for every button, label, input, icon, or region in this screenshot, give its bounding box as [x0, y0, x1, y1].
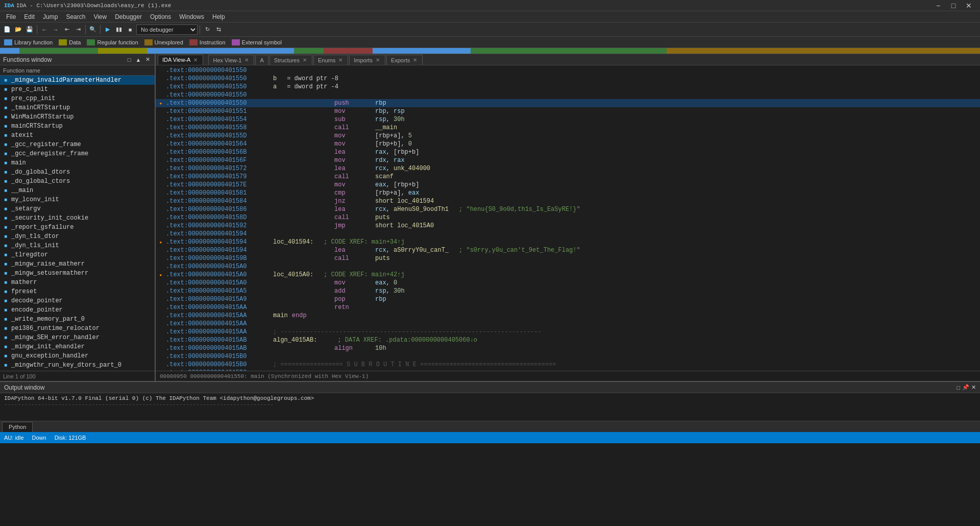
toolbar-open[interactable]: 📂: [13, 24, 23, 35]
function-item-21[interactable]: ■_mingw_setusermatherr: [0, 269, 155, 278]
function-item-13[interactable]: ■my_lconv_init: [0, 195, 155, 204]
code-line-2[interactable]: .text:0000000000401550a= dword ptr -4: [156, 83, 980, 91]
menu-help[interactable]: Help: [208, 12, 229, 21]
maximize-button[interactable]: □: [946, 0, 961, 11]
code-line-6[interactable]: .text:0000000000401554subrsp, 30h: [156, 115, 980, 124]
code-line-18[interactable]: .text:000000000040158Dcallputs: [156, 213, 980, 222]
code-line-11[interactable]: .text:000000000040156Fmovrdx, rax: [156, 156, 980, 164]
function-item-8[interactable]: ■_gcc_deregister_frame: [0, 149, 155, 158]
code-line-25[interactable]: ●.text:00000000004015A0loc_4015A0:; CODE…: [156, 271, 980, 279]
output-minimize[interactable]: □: [957, 384, 960, 391]
panel-minimize[interactable]: □: [125, 56, 133, 64]
tab-close-enums[interactable]: ✕: [337, 57, 344, 63]
code-line-16[interactable]: .text:0000000000401584jnzshort loc_40159…: [156, 197, 980, 205]
function-item-7[interactable]: ■_gcc_register_frame: [0, 140, 155, 149]
tab-ida-view-a[interactable]: IDA View-A ✕: [158, 55, 203, 65]
toolbar-forward2[interactable]: ⇥: [73, 24, 83, 35]
function-item-26[interactable]: ■_write_memory_part_0: [0, 315, 155, 324]
function-item-22[interactable]: ■matherr: [0, 278, 155, 287]
code-line-29[interactable]: .text:00000000004015AAretn: [156, 303, 980, 312]
function-item-25[interactable]: ■encode_pointer: [0, 305, 155, 315]
code-line-33[interactable]: .text:00000000004015ABalgn_4015AB:; DATA…: [156, 336, 980, 344]
tab-close-imports[interactable]: ✕: [375, 57, 381, 63]
code-line-36[interactable]: .text:00000000004015B0 ; ===============…: [156, 361, 980, 369]
code-line-0[interactable]: .text:0000000000401550: [156, 66, 980, 75]
function-item-30[interactable]: ■gnu_exception_handler: [0, 351, 155, 361]
output-close[interactable]: ✕: [971, 384, 976, 391]
code-line-3[interactable]: .text:0000000000401550: [156, 91, 980, 99]
code-line-30[interactable]: .text:00000000004015AAmainendp: [156, 312, 980, 320]
menu-edit[interactable]: Edit: [20, 12, 39, 21]
tab-close-ida[interactable]: ✕: [192, 57, 199, 63]
code-line-34[interactable]: .text:00000000004015ABalign10h: [156, 344, 980, 352]
toolbar-stop[interactable]: ■: [125, 24, 135, 35]
tab-exports[interactable]: Exports ✕: [386, 55, 423, 65]
function-item-15[interactable]: ■_security_init_cookie: [0, 213, 155, 223]
tab-close-exports[interactable]: ✕: [412, 57, 418, 63]
toolbar-back2[interactable]: ⇤: [62, 24, 72, 35]
code-line-27[interactable]: .text:00000000004015A5addrsp, 30h: [156, 287, 980, 295]
menu-search[interactable]: Search: [62, 12, 89, 21]
menu-windows[interactable]: Windows: [175, 12, 208, 21]
function-item-27[interactable]: ■pei386_runtime_relocator: [0, 324, 155, 333]
toolbar-search[interactable]: 🔍: [88, 24, 98, 35]
code-line-17[interactable]: .text:0000000000401586learcx, aHenuS0_9o…: [156, 205, 980, 213]
tab-enums[interactable]: Enums ✕: [313, 55, 348, 65]
close-button[interactable]: ✕: [962, 0, 976, 11]
toolbar-sync[interactable]: ⇆: [213, 24, 224, 35]
toolbar-pause[interactable]: ▮▮: [114, 24, 124, 35]
tab-structures[interactable]: Structures ✕: [270, 55, 312, 65]
menu-debugger[interactable]: Debugger: [111, 12, 146, 21]
toolbar-save[interactable]: 💾: [24, 24, 35, 35]
function-item-14[interactable]: ■_setargv: [0, 204, 155, 213]
function-item-1[interactable]: ■pre_c_init: [0, 85, 155, 94]
function-item-4[interactable]: ■WinMainCRTStartup: [0, 112, 155, 122]
code-line-32[interactable]: .text:00000000004015AA ; ---------------…: [156, 328, 980, 336]
function-item-5[interactable]: ■mainCRTStartup: [0, 122, 155, 131]
code-line-1[interactable]: .text:0000000000401550b= dword ptr -8: [156, 75, 980, 83]
output-pin[interactable]: 📌: [962, 384, 969, 391]
panel-maximize[interactable]: ▲: [134, 56, 142, 64]
function-item-9[interactable]: ■main: [0, 158, 155, 168]
code-line-4[interactable]: ●.text:0000000000401550pushrbp: [156, 99, 980, 107]
code-line-7[interactable]: .text:0000000000401558call__main: [156, 124, 980, 132]
code-line-24[interactable]: .text:00000000004015A0: [156, 262, 980, 271]
code-line-20[interactable]: .text:0000000000401594: [156, 230, 980, 238]
code-line-15[interactable]: .text:0000000000401581cmp[rbp+a], eax: [156, 189, 980, 197]
function-item-16[interactable]: ■_report_gsfailure: [0, 223, 155, 232]
code-line-9[interactable]: .text:0000000000401564mov[rbp+b], 0: [156, 140, 980, 148]
code-line-8[interactable]: .text:000000000040155Dmov[rbp+a], 5: [156, 132, 980, 140]
function-item-12[interactable]: ■__main: [0, 186, 155, 195]
toolbar-run[interactable]: ▶: [103, 24, 113, 35]
code-line-13[interactable]: .text:0000000000401579callscanf: [156, 173, 980, 181]
function-item-2[interactable]: ■pre_cpp_init: [0, 94, 155, 103]
code-line-22[interactable]: .text:0000000000401594learcx, aS0rryY0u_…: [156, 246, 980, 254]
function-item-6[interactable]: ■atexit: [0, 131, 155, 140]
code-line-35[interactable]: .text:00000000004015B0: [156, 352, 980, 361]
function-item-20[interactable]: ■_mingw_raise_matherr: [0, 259, 155, 269]
function-item-18[interactable]: ■_dyn_tls_init: [0, 241, 155, 250]
code-line-23[interactable]: .text:000000000040159Bcallputs: [156, 254, 980, 262]
function-item-28[interactable]: ■_mingw_SEH_error_handler: [0, 333, 155, 342]
tab-imports[interactable]: Imports ✕: [349, 55, 385, 65]
code-line-31[interactable]: .text:00000000004015AA: [156, 320, 980, 328]
function-item-17[interactable]: ■_dyn_tls_dtor: [0, 232, 155, 241]
toolbar-back[interactable]: ←: [39, 24, 50, 35]
tab-close-str[interactable]: ✕: [302, 57, 308, 63]
python-tab[interactable]: Python: [2, 422, 33, 432]
menu-options[interactable]: Options: [146, 12, 175, 21]
toolbar-new[interactable]: 📄: [2, 24, 12, 35]
code-line-19[interactable]: .text:0000000000401592jmpshort loc_4015A…: [156, 222, 980, 230]
tab-a[interactable]: A: [255, 55, 268, 65]
function-item-3[interactable]: ■_tmainCRTStartup: [0, 103, 155, 112]
function-item-31[interactable]: ■_mingwthr_run_key_dtors_part_0: [0, 361, 155, 370]
minimize-button[interactable]: −: [931, 0, 945, 11]
function-item-0[interactable]: ■_mingw_invalidParameterHandler: [0, 76, 155, 85]
function-item-24[interactable]: ■decode_pointer: [0, 296, 155, 305]
code-line-12[interactable]: .text:0000000000401572learcx, unk_404000: [156, 164, 980, 173]
toolbar-forward[interactable]: →: [51, 24, 61, 35]
menu-view[interactable]: View: [89, 12, 111, 21]
function-item-11[interactable]: ■_do_global_ctors: [0, 177, 155, 186]
code-line-5[interactable]: .text:0000000000401551movrbp, rsp: [156, 107, 980, 115]
tab-hex-view-1[interactable]: Hex View-1 ✕: [208, 55, 254, 65]
